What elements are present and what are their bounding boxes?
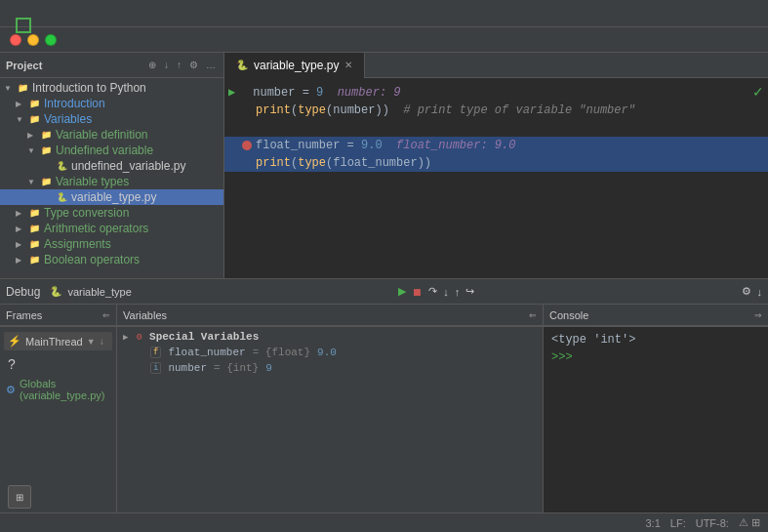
code-token: [383, 137, 396, 154]
tree-item-arithmetic[interactable]: ▶ 📁 Arithmetic operators: [0, 221, 223, 236]
main-layout: Project ⊕ ↓ ↑ ⚙ … ▼ 📁 Introduction to Py…: [0, 27, 768, 532]
frames-content: ⚡ MainThread ▼ ↓ ? ⚙ Globals (variable_t…: [0, 327, 116, 512]
tree-label: Variable definition: [56, 128, 148, 142]
debug-play-icon[interactable]: ▶: [398, 285, 406, 298]
console-pin-icon[interactable]: ⇒: [754, 310, 762, 320]
variables-header-label: Variables: [123, 309, 167, 321]
console-panel-header-container: Console ⇒: [544, 305, 768, 326]
tree-arrow: ▶: [16, 225, 27, 233]
var-item-number[interactable]: i number = {int} 9: [117, 360, 543, 376]
status-bar: 3:1 LF: UTF-8: ⚠ ⊞: [0, 512, 768, 532]
frames-panel-header: Frames ⇐: [0, 305, 116, 326]
console-panel-header: Console ⇒: [544, 305, 768, 326]
debug-step-over-icon[interactable]: ↷: [428, 285, 437, 298]
tree-label: variable_type.py: [71, 190, 156, 204]
close-button[interactable]: [10, 34, 21, 46]
code-token: (: [291, 154, 298, 172]
tree-item-var-type-py[interactable]: 🐍 variable_type.py: [0, 189, 223, 205]
frames-panel: ⚡ MainThread ▼ ↓ ? ⚙ Globals (variable_t…: [0, 327, 117, 512]
code-token: 9.0: [361, 137, 383, 154]
tree-item-undefined-var[interactable]: ▼ 📁 Undefined variable: [0, 143, 223, 158]
minimize-button[interactable]: [27, 34, 39, 46]
frame-expand-icon[interactable]: ⊞: [8, 485, 31, 509]
tree-arrow: ▶: [16, 100, 27, 108]
debug-step-out-icon[interactable]: ↑: [455, 286, 461, 298]
thread-selector[interactable]: ⚡ MainThread ▼ ↓: [4, 332, 112, 350]
run-arrow-icon: ▶: [228, 84, 235, 102]
debug-step-into-icon[interactable]: ↓: [443, 286, 449, 298]
code-token: print: [256, 154, 291, 172]
code-token: print: [256, 102, 291, 119]
tree-label: Boolean operators: [44, 253, 140, 266]
globals-icon: ⚙: [6, 384, 16, 396]
frames-panel-header-container: Frames ⇐: [0, 305, 117, 326]
tab-close-icon[interactable]: ✕: [344, 60, 352, 70]
editor-tab-variable-type[interactable]: 🐍 variable_type.py ✕: [224, 53, 365, 78]
debug-run-to-cursor-icon[interactable]: ↪: [465, 285, 474, 298]
folder-icon: 📁: [27, 97, 41, 110]
code-token: type: [298, 102, 326, 119]
sidebar-title: Project: [6, 60, 42, 71]
debug-toolbar: Debug 🐍 variable_type ▶ ⏹ ↷ ↓ ↑ ↪ ⚙ ↓: [0, 279, 768, 305]
debug-settings-icon[interactable]: ⚙: [742, 285, 751, 298]
var-item-float-number[interactable]: f float_number = {float} 9.0: [117, 345, 543, 360]
tree-item-introduction[interactable]: ▶ 📁 Introduction: [0, 96, 223, 111]
variables-pin-icon[interactable]: ⇐: [529, 310, 537, 320]
var-equals: = {float}: [253, 347, 310, 358]
sidebar-icon-settings[interactable]: ⚙: [187, 59, 200, 71]
editor-content: ▶ number = 9 number: 9 print ( type (num…: [224, 78, 768, 278]
tree-arrow: ▶: [16, 209, 27, 218]
thread-label: MainThread: [25, 336, 83, 348]
sidebar-icon-collapse[interactable]: ↓: [162, 59, 171, 71]
tree-item-boolean[interactable]: ▶ 📁 Boolean operators: [0, 252, 223, 267]
code-token-comment: # print type of variable "number": [403, 102, 635, 119]
folder-icon: 📁: [27, 112, 41, 126]
thread-add-icon[interactable]: ↓: [100, 336, 104, 347]
var-name-float-number: float_number: [168, 347, 245, 358]
int-type-badge: i: [150, 362, 161, 374]
top-area: Project ⊕ ↓ ↑ ⚙ … ▼ 📁 Introduction to Py…: [0, 53, 768, 278]
special-vars-label: Special Variables: [149, 331, 259, 343]
maximize-button[interactable]: [45, 34, 57, 46]
expand-icon: ⊞: [16, 492, 23, 503]
tree-item-var-def[interactable]: ▶ 📁 Variable definition: [0, 127, 223, 143]
sidebar-icon-add[interactable]: ⊕: [146, 59, 158, 71]
debug-minimize-icon[interactable]: ↓: [757, 286, 763, 298]
tree-label: Arithmetic operators: [44, 222, 148, 235]
tree-item-type-conversion[interactable]: ▶ 📁 Type conversion: [0, 205, 223, 221]
code-line-5: print ( type (float_number)): [224, 154, 768, 172]
sidebar-tree: ▼ 📁 Introduction to Python ▶ 📁 Introduct…: [0, 78, 223, 278]
debug-body: ⚡ MainThread ▼ ↓ ? ⚙ Globals (variable_t…: [0, 327, 768, 512]
frame-globals[interactable]: ⚙ Globals (variable_type.py): [0, 375, 116, 404]
tree-item-intro-python[interactable]: ▼ 📁 Introduction to Python: [0, 80, 223, 96]
special-vars-icon: ⚙: [137, 331, 142, 343]
frames-header-label: Frames: [6, 309, 42, 321]
tab-label: variable_type.py: [254, 59, 339, 72]
special-vars-arrow: ▶: [123, 332, 133, 343]
py-file-icon: 🐍: [55, 159, 68, 173]
frame-question: ?: [0, 353, 116, 375]
code-token-inline-val: float_number: 9.0: [396, 137, 515, 154]
debug-stop-icon[interactable]: ⏹: [412, 286, 423, 298]
tree-item-undefined-var-py[interactable]: 🐍 undefined_variable.py: [0, 158, 223, 174]
breakpoint-indicator: [242, 141, 252, 150]
tree-item-assignments[interactable]: ▶ 📁 Assignments: [0, 236, 223, 252]
thread-dropdown-icon: ▼: [87, 337, 96, 347]
folder-icon: 📁: [39, 143, 53, 157]
tree-item-var-types[interactable]: ▼ 📁 Variable types: [0, 174, 223, 189]
code-token-inline-val: number: 9: [338, 84, 401, 102]
frames-collapse-icon[interactable]: ⇐: [102, 310, 110, 320]
tree-item-variables[interactable]: ▼ 📁 Variables: [0, 111, 223, 127]
title-bar: [0, 0, 768, 27]
sidebar-icon-expand[interactable]: ↑: [175, 59, 183, 71]
debug-session-icon: 🐍: [50, 286, 61, 297]
console-line-1: <type 'int'>: [551, 333, 760, 347]
folder-icon: 📁: [39, 128, 53, 142]
console-panel: <type 'int'> >>>: [544, 327, 768, 512]
status-position: 3:1: [646, 517, 661, 529]
code-token: 9: [316, 84, 323, 102]
code-token: float_number: [256, 137, 340, 154]
tree-label: Introduction: [44, 97, 105, 110]
sidebar-icon-more[interactable]: …: [204, 59, 218, 71]
special-vars-group[interactable]: ▶ ⚙ Special Variables: [117, 329, 543, 345]
